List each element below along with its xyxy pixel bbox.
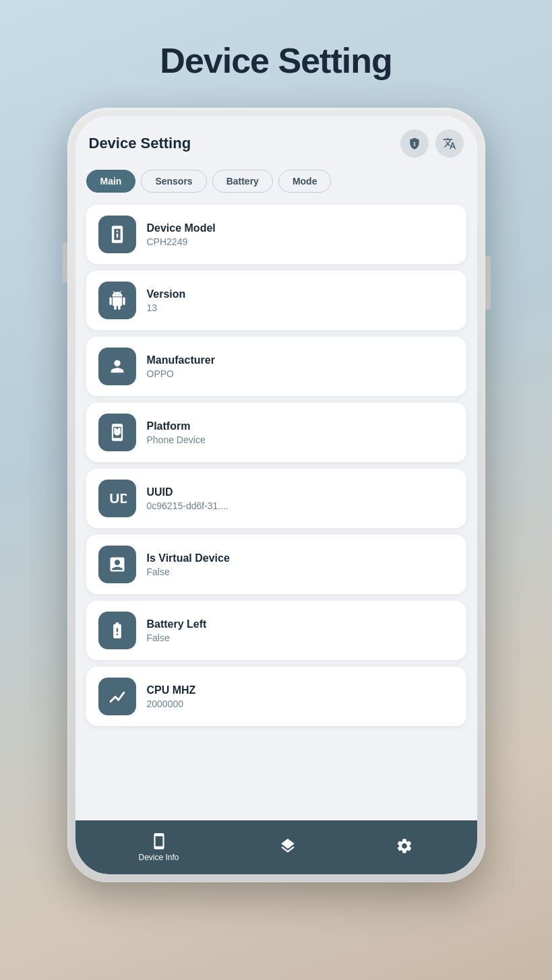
phone-frame: Device Setting Main Sensors Battery Mode xyxy=(67,108,485,882)
device-model-label: Device Model xyxy=(147,222,216,234)
version-card: Version 13 xyxy=(86,271,466,330)
app-header-title: Device Setting xyxy=(89,135,191,152)
virtual-device-icon-box xyxy=(98,546,136,583)
uuid-icon: UD xyxy=(108,489,127,508)
shield-icon xyxy=(408,137,421,150)
uuid-text: UUID 0c96215-dd6f-31.... xyxy=(147,486,228,511)
phone-screen: Device Setting Main Sensors Battery Mode xyxy=(75,116,477,874)
platform-label: Platform xyxy=(147,420,206,432)
device-model-card: Device Model CPH2249 xyxy=(86,205,466,264)
header-icons xyxy=(400,129,464,158)
device-model-text: Device Model CPH2249 xyxy=(147,222,216,247)
translate-icon xyxy=(443,137,456,150)
battery-left-value: False xyxy=(147,632,207,643)
phone-nav-icon xyxy=(150,832,168,850)
uuid-label: UUID xyxy=(147,486,228,498)
manufacturer-icon xyxy=(108,357,127,376)
version-label: Version xyxy=(147,288,186,300)
cpu-icon xyxy=(108,687,127,706)
virtual-device-card: Is Virtual Device False xyxy=(86,535,466,594)
tab-main[interactable]: Main xyxy=(86,170,136,193)
manufacturer-icon-box xyxy=(98,348,136,385)
virtual-device-label: Is Virtual Device xyxy=(147,552,230,564)
cpu-mhz-card: CPU MHZ 2000000 xyxy=(86,667,466,726)
battery-left-label: Battery Left xyxy=(147,618,207,630)
nav-device-info-label: Device Info xyxy=(138,853,179,862)
nav-device-info[interactable]: Device Info xyxy=(138,832,179,862)
tab-battery[interactable]: Battery xyxy=(212,170,273,193)
shield-icon-button[interactable] xyxy=(400,129,429,158)
cpu-mhz-icon-box xyxy=(98,678,136,715)
battery-left-card: Battery Left False xyxy=(86,601,466,660)
platform-icon-box xyxy=(98,414,136,451)
virtual-device-value: False xyxy=(147,566,230,577)
battery-left-icon-box xyxy=(98,612,136,649)
cpu-mhz-text: CPU MHZ 2000000 xyxy=(147,684,196,709)
version-value: 13 xyxy=(147,302,186,313)
tab-model[interactable]: Mode xyxy=(278,170,332,193)
tabs-row: Main Sensors Battery Mode xyxy=(75,164,477,198)
platform-card: Platform Phone Device xyxy=(86,403,466,462)
device-model-icon-box xyxy=(98,216,136,253)
version-icon-box xyxy=(98,282,136,319)
android-icon xyxy=(108,291,127,310)
settings-nav-icon xyxy=(396,837,413,855)
content-area: Device Model CPH2249 Version 13 xyxy=(75,198,477,820)
platform-icon xyxy=(108,423,127,442)
device-model-value: CPH2249 xyxy=(147,236,216,247)
manufacturer-label: Manufacturer xyxy=(147,354,215,366)
app-header: Device Setting xyxy=(75,116,477,164)
translate-icon-button[interactable] xyxy=(435,129,464,158)
virtual-device-text: Is Virtual Device False xyxy=(147,552,230,577)
battery-icon xyxy=(108,621,127,640)
bottom-nav: Device Info xyxy=(75,820,477,874)
uuid-card: UD UUID 0c96215-dd6f-31.... xyxy=(86,469,466,528)
uuid-icon-box: UD xyxy=(98,480,136,517)
device-info-icon xyxy=(108,225,127,244)
tab-sensors[interactable]: Sensors xyxy=(141,170,206,193)
page-title: Device Setting xyxy=(160,40,392,81)
nav-layers[interactable] xyxy=(279,837,297,857)
layers-nav-icon xyxy=(279,837,297,855)
cpu-mhz-value: 2000000 xyxy=(147,698,196,709)
manufacturer-text: Manufacturer OPPO xyxy=(147,354,215,379)
battery-left-text: Battery Left False xyxy=(147,618,207,643)
version-text: Version 13 xyxy=(147,288,186,313)
platform-value: Phone Device xyxy=(147,434,206,445)
svg-rect-1 xyxy=(118,428,121,434)
manufacturer-card: Manufacturer OPPO xyxy=(86,337,466,396)
virtual-device-icon xyxy=(108,555,127,574)
platform-text: Platform Phone Device xyxy=(147,420,206,445)
svg-rect-0 xyxy=(114,428,117,434)
cpu-mhz-label: CPU MHZ xyxy=(147,684,196,696)
uuid-value: 0c96215-dd6f-31.... xyxy=(147,500,228,511)
nav-settings[interactable] xyxy=(396,837,413,857)
manufacturer-value: OPPO xyxy=(147,368,215,379)
svg-text:UD: UD xyxy=(109,490,127,506)
